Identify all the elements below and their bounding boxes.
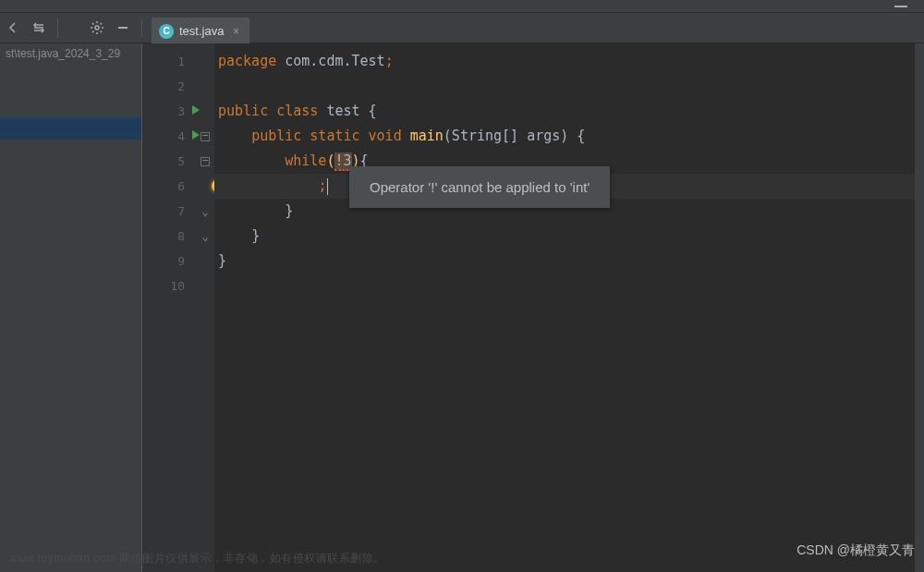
code-line[interactable]	[214, 74, 924, 99]
code-line[interactable]: while(!3){	[214, 149, 924, 174]
top-bar	[0, 0, 924, 13]
window-minimize-icon[interactable]	[894, 6, 907, 7]
line-number: 4	[177, 129, 185, 143]
project-panel[interactable]: st\test.java_2024_3_29	[0, 43, 142, 572]
code-line[interactable]: }	[214, 224, 924, 249]
stack-icon[interactable]	[28, 17, 50, 39]
fold-toggle-icon[interactable]	[201, 157, 210, 166]
editor[interactable]: 1 2 3 4 5 6 7 8 9 10 ⌄ ⌄ package com.cdm…	[142, 43, 924, 572]
run-icon[interactable]	[192, 105, 200, 115]
line-number: 6	[177, 179, 185, 193]
tab-test-java[interactable]: C test.java ×	[152, 18, 249, 43]
code-line[interactable]: ;	[214, 174, 924, 199]
gear-icon[interactable]	[86, 17, 108, 39]
line-number: 1	[177, 55, 185, 68]
java-file-icon: C	[159, 24, 174, 39]
text-cursor	[327, 178, 328, 195]
fold-column: ⌄ ⌄	[196, 43, 214, 572]
line-number: 7	[177, 204, 185, 218]
close-icon[interactable]: ×	[229, 25, 242, 38]
right-stripe	[915, 43, 924, 572]
gutter: 1 2 3 4 5 6 7 8 9 10	[142, 43, 196, 572]
watermark-left: www.toymoban.com 网络图片仅供展示，非存储，如有侵权请联系删除。	[9, 551, 385, 566]
minimize-icon[interactable]	[112, 17, 134, 39]
toolbar: C test.java ×	[0, 13, 924, 43]
code-line[interactable]: }	[214, 199, 924, 224]
code-line[interactable]: }	[214, 249, 924, 274]
svg-point-0	[95, 26, 99, 30]
watermark-right: CSDN @橘橙黄又青	[796, 542, 915, 559]
code-line[interactable]: public class test {	[214, 99, 924, 124]
project-path: st\test.java_2024_3_29	[0, 43, 141, 64]
line-number: 5	[177, 154, 185, 168]
tab-bar: C test.java ×	[152, 13, 249, 43]
project-selected-item[interactable]	[0, 117, 141, 140]
code-area[interactable]: package com.cdm.Test; public class test …	[214, 43, 924, 572]
line-number: 8	[177, 229, 185, 243]
line-number: 2	[177, 79, 185, 93]
go-back-icon[interactable]	[2, 17, 24, 39]
tab-label: test.java	[179, 24, 224, 38]
line-number: 10	[170, 279, 185, 293]
fold-toggle-icon[interactable]	[201, 132, 210, 141]
fold-end-icon: ⌄	[201, 230, 208, 243]
svg-rect-1	[118, 27, 128, 29]
line-number: 9	[177, 254, 185, 268]
line-number: 3	[177, 104, 185, 118]
code-line[interactable]: package com.cdm.Test;	[214, 49, 924, 74]
code-line[interactable]: public static void main(String[] args) {	[214, 124, 924, 149]
fold-end-icon: ⌄	[201, 205, 208, 218]
run-icon[interactable]	[192, 130, 200, 140]
